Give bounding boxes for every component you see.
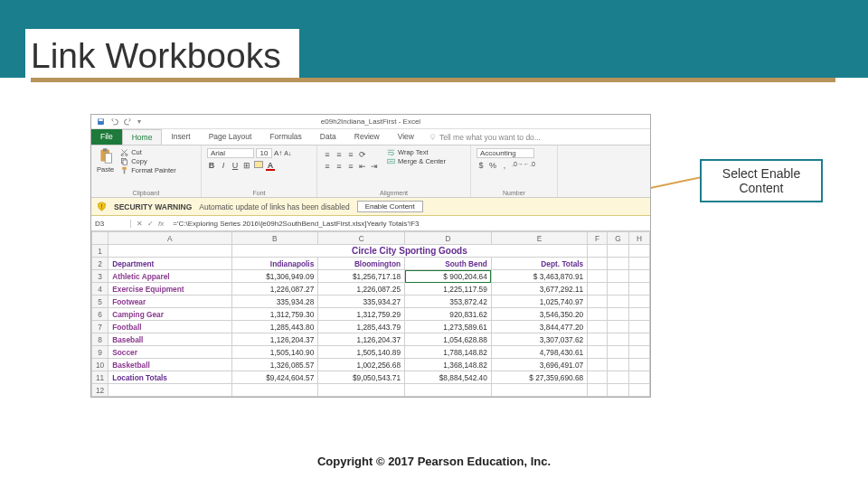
painter-label: Format Painter — [131, 166, 176, 174]
indent-inc-icon[interactable]: ⇥ — [370, 162, 379, 171]
tell-me-text: Tell me what you want to do... — [439, 133, 541, 142]
format-painter-button[interactable]: Format Painter — [120, 166, 176, 174]
shield-warning-icon: ! — [97, 202, 107, 211]
clipboard-group-label: Clipboard — [97, 190, 195, 196]
dept-label: Basketball — [108, 359, 231, 371]
svg-point-2 — [430, 135, 435, 139]
align-middle-icon[interactable]: ≡ — [335, 150, 344, 159]
row-header[interactable]: 5 — [92, 296, 108, 308]
font-name-select[interactable]: Arial — [207, 148, 254, 158]
orientation-icon[interactable]: ⟳ — [358, 150, 367, 159]
decrease-decimal-button[interactable]: ←.0 — [524, 161, 533, 170]
redo-icon[interactable] — [124, 117, 132, 126]
italic-button[interactable]: I — [219, 161, 228, 170]
wrap-text-button[interactable]: Wrap Text — [387, 148, 446, 156]
align-right-icon[interactable]: ≡ — [346, 162, 355, 171]
comma-button[interactable]: , — [500, 161, 509, 170]
tab-review[interactable]: Review — [345, 129, 389, 145]
tab-view[interactable]: View — [389, 129, 423, 145]
column-header-row: A B C D E F G H — [92, 232, 650, 245]
copy-button[interactable]: Copy — [120, 157, 176, 165]
currency-button[interactable]: $ — [476, 161, 486, 170]
font-color-button[interactable]: A — [266, 161, 275, 170]
name-box[interactable]: D3 — [91, 220, 131, 228]
align-top-icon[interactable]: ≡ — [323, 150, 332, 159]
enable-content-button[interactable]: Enable Content — [357, 201, 423, 212]
paste-button[interactable]: Paste — [97, 148, 118, 174]
col-G[interactable]: G — [607, 232, 628, 245]
security-caption: SECURITY WARNING — [114, 202, 192, 211]
dept-label: Soccer — [108, 346, 231, 359]
row-header[interactable]: 9 — [92, 346, 108, 359]
tab-home[interactable]: Home — [122, 129, 163, 145]
fill-color-button[interactable] — [254, 161, 263, 168]
tab-insert[interactable]: Insert — [162, 129, 199, 145]
percent-button[interactable]: % — [488, 161, 497, 170]
svg-rect-11 — [122, 167, 127, 170]
col-H[interactable]: H — [628, 232, 649, 245]
cut-button[interactable]: Cut — [120, 148, 176, 156]
cell: 1,368,148.82 — [405, 359, 492, 371]
callout-box: Select Enable Content — [700, 159, 823, 202]
merge-center-button[interactable]: Merge & Center — [387, 157, 446, 165]
cell: 1,002,256.68 — [318, 359, 405, 371]
table-row: 3Athletic Apparel$1,306,949.09$1,256,717… — [92, 270, 650, 283]
font-size-select[interactable]: 10 — [256, 148, 272, 158]
alignment-group-label: Alignment — [323, 190, 465, 196]
increase-decimal-button[interactable]: .0→ — [512, 161, 521, 170]
tell-me[interactable]: Tell me what you want to do... — [429, 129, 541, 145]
svg-rect-1 — [99, 119, 103, 121]
cell: 1,312,759.30 — [231, 308, 318, 321]
tab-file[interactable]: File — [91, 129, 122, 145]
row-header[interactable]: 6 — [92, 308, 108, 321]
svg-text:!: ! — [101, 203, 103, 210]
excel-screenshot: ▾ e09h2Indiana_LastFirst - Excel File Ho… — [90, 114, 651, 398]
tab-formulas[interactable]: Formulas — [260, 129, 310, 145]
row-header[interactable]: 10 — [92, 359, 108, 371]
underline-button[interactable]: U — [231, 161, 240, 170]
row-header[interactable]: 8 — [92, 333, 108, 346]
group-font: Arial 10 A↑ A↓ B I U ⊞ A Font — [202, 145, 317, 197]
grow-font-icon[interactable]: A↑ — [274, 149, 282, 157]
total-e: $ 27,359,690.68 — [491, 371, 587, 384]
svg-rect-3 — [432, 138, 434, 139]
border-button[interactable]: ⊞ — [242, 161, 251, 170]
formula-input[interactable]: ='C:\Exploring Series 2016\[e09h2SouthBe… — [169, 220, 650, 228]
cell: 1,326,085.57 — [231, 359, 318, 371]
col-A[interactable]: A — [108, 232, 231, 245]
worksheet-grid[interactable]: A B C D E F G H 1Circle City Sporting Go… — [91, 231, 650, 397]
align-bottom-icon[interactable]: ≡ — [346, 150, 355, 159]
tab-data[interactable]: Data — [311, 129, 345, 145]
row-header[interactable]: 3 — [92, 270, 108, 283]
row-header[interactable]: 4 — [92, 283, 108, 296]
hdr-department: Department — [108, 258, 231, 270]
row-header[interactable]: 7 — [92, 321, 108, 333]
col-C[interactable]: C — [318, 232, 405, 245]
cancel-formula-icon[interactable]: ✕ — [137, 220, 143, 228]
col-F[interactable]: F — [588, 232, 608, 245]
align-center-icon[interactable]: ≡ — [335, 162, 344, 171]
tab-page-layout[interactable]: Page Layout — [200, 129, 261, 145]
wrap-label: Wrap Text — [398, 148, 429, 156]
col-D[interactable]: D — [405, 232, 492, 245]
undo-icon[interactable] — [110, 117, 118, 126]
number-format-select[interactable]: Accounting — [476, 148, 534, 158]
row-12: 12 — [92, 384, 650, 397]
cell: 3,696,491.07 — [491, 359, 587, 371]
indent-dec-icon[interactable]: ⇤ — [358, 162, 367, 171]
align-left-icon[interactable]: ≡ — [323, 162, 332, 171]
col-E[interactable]: E — [491, 232, 587, 245]
dept-label: Athletic Apparel — [108, 270, 231, 283]
bold-button[interactable]: B — [207, 161, 216, 170]
group-alignment: ≡ ≡ ≡ ⟳ ≡ ≡ ≡ ⇤ ⇥ Wrap Text Merge — [317, 145, 471, 197]
shrink-font-icon[interactable]: A↓ — [284, 150, 291, 156]
total-b: $9,424,604.57 — [231, 371, 318, 384]
total-c: $9,050,543.71 — [318, 371, 405, 384]
fx-icon[interactable]: fx — [158, 220, 164, 228]
cut-label: Cut — [131, 148, 142, 156]
save-icon[interactable] — [97, 117, 105, 126]
security-message: Automatic update of links has been disab… — [199, 202, 349, 211]
select-all-corner[interactable] — [92, 232, 108, 245]
col-B[interactable]: B — [231, 232, 318, 245]
accept-formula-icon[interactable]: ✓ — [147, 220, 154, 228]
